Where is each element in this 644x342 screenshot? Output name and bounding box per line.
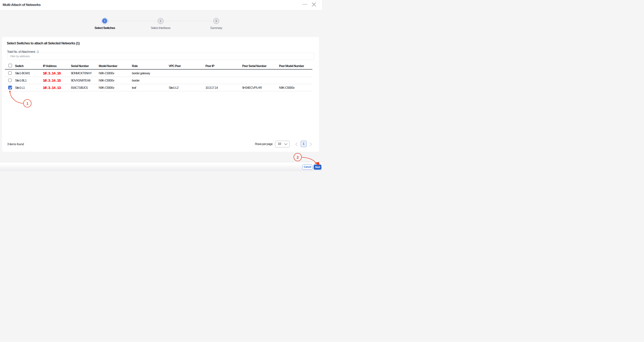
svg-text:2: 2 [296,155,299,159]
